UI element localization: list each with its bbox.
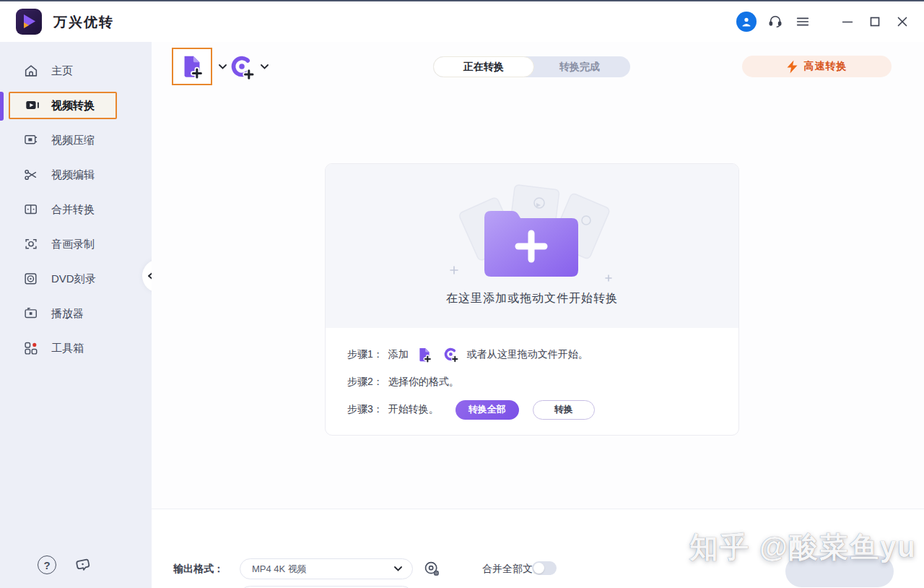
sidebar-item-label: 播放器 (51, 307, 84, 321)
sidebar-item-video-compress[interactable]: 视频压缩 (0, 123, 152, 157)
screen-record-icon (23, 236, 39, 252)
convert-button[interactable]: 转换 (533, 400, 595, 420)
tab-converting[interactable]: 正在转换 (433, 56, 534, 77)
drop-card: 在这里添加或拖动文件开始转换 步骤1： 添加 (325, 163, 739, 436)
sidebar: 主页 视频转换 视频压缩 (0, 42, 152, 588)
minimize-button[interactable] (839, 13, 856, 30)
main-area: 正在转换 转换完成 高速转换 (152, 42, 924, 588)
step3-text: 开始转换。 (388, 403, 439, 416)
sidebar-item-home[interactable]: 主页 (0, 53, 152, 88)
merge-files-toggle[interactable] (532, 561, 557, 575)
step1-add-text: 添加 (388, 348, 409, 361)
add-file-button[interactable] (172, 48, 212, 85)
app-logo-icon (16, 9, 42, 35)
tab-finished[interactable]: 转换完成 (529, 56, 630, 77)
sidebar-item-toolbox[interactable]: 工具箱 (0, 331, 152, 366)
sidebar-item-label: 合并转换 (51, 203, 95, 217)
menu-icon[interactable] (794, 13, 811, 30)
sidebar-item-label: DVD刻录 (51, 272, 96, 286)
step2-text: 选择你的格式。 (388, 376, 459, 389)
output-format-select[interactable]: MP4 4K 视频 (240, 558, 413, 579)
steps-panel: 步骤1： 添加 (326, 328, 738, 420)
file-dropzone[interactable]: 在这里添加或拖动文件开始转换 (326, 164, 738, 328)
add-folder-illustration (438, 183, 626, 291)
add-file-dropdown-chevron[interactable] (217, 61, 228, 72)
step-2: 步骤2： 选择你的格式。 (347, 371, 717, 393)
player-icon (23, 306, 39, 321)
step1-prefix: 步骤1： (347, 348, 383, 361)
video-convert-icon (25, 98, 40, 113)
fast-convert-settings-icon[interactable] (422, 558, 442, 579)
feedback-icon[interactable] (72, 554, 95, 576)
step1-rest-text: 或者从这里拖动文件开始。 (467, 348, 588, 361)
sidebar-item-player[interactable]: 播放器 (0, 296, 152, 331)
toggle-knob (533, 563, 544, 574)
merge-convert-icon (23, 202, 39, 217)
app-title: 万兴优转 (53, 13, 114, 32)
sidebar-item-dvd-burn[interactable]: DVD刻录 (0, 261, 152, 296)
user-avatar[interactable] (736, 12, 757, 32)
toolbox-icon (23, 340, 39, 356)
maximize-button[interactable] (866, 13, 884, 30)
app-window: 万兴优转 (0, 0, 924, 588)
step-1: 步骤1： 添加 (347, 344, 717, 366)
scissors-icon (23, 167, 39, 183)
sidebar-item-label: 视频压缩 (51, 134, 95, 147)
video-compress-icon (23, 132, 39, 148)
sidebar-item-video-convert[interactable]: 视频转换 (9, 92, 117, 119)
close-button[interactable] (894, 13, 911, 30)
output-format-value: MP4 4K 视频 (252, 563, 394, 576)
convert-tabs: 正在转换 转换完成 (433, 56, 630, 77)
step2-prefix: 步骤2： (347, 376, 383, 389)
output-format-label: 输出格式： (173, 563, 224, 576)
sidebar-item-merge-convert[interactable]: 合并转换 (0, 192, 152, 227)
sidebar-item-record[interactable]: 音画录制 (0, 227, 152, 261)
step-3: 步骤3： 开始转换。 转换全部 转换 (347, 399, 717, 420)
home-icon (23, 63, 39, 79)
support-headset-icon[interactable] (767, 13, 784, 30)
titlebar: 万兴优转 (0, 1, 924, 42)
step3-prefix: 步骤3： (347, 403, 383, 416)
add-file-mini-icon (416, 346, 433, 363)
add-dvd-button[interactable] (228, 53, 257, 82)
dropzone-hint: 在这里添加或拖动文件开始转换 (326, 291, 738, 306)
fast-convert-button[interactable]: 高速转换 (742, 56, 892, 77)
sidebar-item-label: 视频转换 (51, 99, 95, 113)
sidebar-item-label: 音画录制 (51, 238, 95, 251)
sidebar-item-label: 工具箱 (51, 342, 84, 355)
add-dvd-mini-icon (443, 346, 460, 363)
active-item-accent-bar (0, 92, 4, 121)
add-dvd-dropdown-chevron[interactable] (258, 61, 270, 72)
watermark-text: 知乎 @酸菜鱼yu (689, 527, 917, 567)
convert-all-button[interactable]: 转换全部 (456, 400, 519, 420)
sidebar-item-video-edit[interactable]: 视频编辑 (0, 157, 152, 192)
help-icon[interactable] (38, 555, 56, 574)
dvd-burn-icon (23, 271, 39, 287)
lightning-icon (787, 60, 798, 74)
sidebar-item-label: 视频编辑 (51, 168, 95, 182)
sidebar-item-label: 主页 (51, 64, 73, 78)
fast-convert-label: 高速转换 (804, 60, 847, 73)
